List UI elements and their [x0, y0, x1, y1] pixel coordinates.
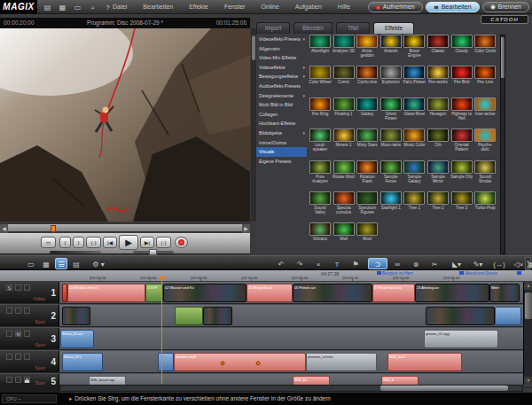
- timeline-mode-button[interactable]: ☰: [55, 258, 67, 269]
- tree-item-visuals[interactable]: Visuals: [256, 147, 307, 157]
- effect-fairy-flower[interactable]: Fairy Flower: [403, 66, 426, 84]
- track-slot-button[interactable]: [15, 377, 21, 383]
- draw-menu-button[interactable]: ✎▾: [468, 258, 488, 269]
- tree-item-multi-bild-in-bild[interactable]: Multi Bild in Bild: [256, 100, 307, 110]
- jump-start-button[interactable]: |◀: [103, 237, 117, 248]
- clip-05-felsen-avi[interactable]: 05 Felsen.avi: [293, 284, 372, 302]
- clip-21-bergwelt-avi[interactable]: 21 Bergwelt.avi: [246, 284, 293, 302]
- vscroll-thumb[interactable]: [525, 292, 532, 319]
- frame-forward-button[interactable]: ▶|: [140, 237, 154, 248]
- catooh-logo[interactable]: CATOOH: [481, 15, 528, 24]
- shuttle-slider[interactable]: [50, 251, 101, 253]
- keyframe-diamond-icon[interactable]: [220, 361, 225, 366]
- menu-datei[interactable]: Datei: [105, 0, 135, 14]
- effect-galaxy[interactable]: Galaxy: [356, 97, 379, 116]
- track-slot-button[interactable]: [15, 284, 21, 291]
- track-slot-button[interactable]: [6, 377, 12, 383]
- delete-object-button[interactable]: ×: [312, 258, 325, 269]
- effect-volcano[interactable]: Volcano: [309, 222, 332, 241]
- range-in-button[interactable]: (: [59, 237, 71, 248]
- record-button[interactable]: [175, 237, 188, 248]
- effect-fire-bird[interactable]: Fire Bird: [450, 66, 473, 84]
- effect-color-wheel[interactable]: Color Wheel: [309, 66, 332, 84]
- brennen-mode-button[interactable]: Brennen: [482, 2, 529, 12]
- effect-glass-river[interactable]: Glass River: [403, 97, 426, 116]
- scrub-left-arrow[interactable]: ◀: [0, 224, 8, 233]
- menu-aufgaben[interactable]: Aufgaben: [287, 0, 330, 14]
- group-button[interactable]: ∞: [391, 258, 403, 269]
- tree-item-collagen[interactable]: Collagen: [256, 110, 307, 120]
- scrub-position-marker[interactable]: [51, 225, 56, 232]
- monitor-toggle-button[interactable]: ▭: [41, 237, 56, 248]
- menu-effekte[interactable]: Effekte: [181, 0, 216, 14]
- mute-button[interactable]: ◁×: [512, 258, 525, 269]
- clip-02-wasser-und-k-[interactable]: 02 Wasser und Kü: [163, 284, 246, 302]
- lock-icon[interactable]: [24, 377, 30, 383]
- effect-spectrum-figures[interactable]: Spectrum Figures: [356, 191, 379, 214]
- effect-artwork[interactable]: Artwork: [379, 35, 403, 53]
- effects-scrollbar[interactable]: [500, 35, 505, 254]
- solo-button[interactable]: S: [6, 284, 12, 291]
- effect-sound-smoke[interactable]: Sound Smoke: [473, 160, 497, 183]
- clip-meer[interactable]: Meer: [489, 284, 520, 302]
- storyboard-mode-button[interactable]: ▭: [25, 258, 37, 269]
- undo-button[interactable]: ↶: [275, 258, 287, 269]
- effect-rotation-flash[interactable]: Rotation Flash: [356, 160, 379, 183]
- tree-item-eigene-presets[interactable]: Eigene Presets: [256, 157, 307, 167]
- track-content-2[interactable]: [59, 305, 523, 326]
- tree-item-hochkant-effekte[interactable]: Hochkant-Effekte: [256, 119, 307, 129]
- tree-item-bewegungseffekte[interactable]: Bewegungseffekte▾: [256, 72, 307, 82]
- chapter-marker-3[interactable]: [517, 271, 522, 276]
- track-content-3[interactable]: Shark_02.avighoom_01.ogg: [59, 328, 523, 349]
- effect-oriental-pattern[interactable]: Oriental Pattern: [450, 129, 473, 152]
- timeline-horizontal-scrollbar[interactable]: [59, 385, 523, 392]
- clip[interactable]: [62, 307, 90, 325]
- effect-tree-3[interactable]: Tree 3: [450, 191, 473, 210]
- effect-highway-to-hell[interactable]: Highway to Hell: [450, 97, 473, 121]
- effect-fire-line[interactable]: Fire Line: [473, 66, 497, 84]
- loop-button[interactable]: (·): [86, 237, 101, 248]
- clip[interactable]: [203, 307, 232, 325]
- effect-boxer-engine[interactable]: Boxer Engine: [403, 35, 426, 58]
- menu-hilfe[interactable]: Hilfe: [330, 0, 358, 14]
- track-slot-button[interactable]: [6, 331, 12, 337]
- ungroup-button[interactable]: ⊗: [410, 258, 422, 269]
- effect-fire-ring[interactable]: Fire Ring: [309, 97, 332, 116]
- track-slot-button[interactable]: [6, 308, 12, 314]
- aufnehmen-mode-button[interactable]: Aufnehmen: [368, 2, 423, 12]
- tree-item-allgemein[interactable]: Allgemein: [256, 44, 307, 54]
- scroll-down-arrow[interactable]: ▼: [524, 377, 532, 385]
- scroll-up-arrow[interactable]: ▲: [524, 282, 532, 290]
- menu-online[interactable]: Online: [254, 0, 287, 14]
- tree-item-videoeffekt-presets[interactable]: Videoeffekt-Presets▾: [256, 35, 307, 44]
- clip[interactable]: [175, 307, 203, 325]
- track-slot-button[interactable]: [24, 331, 30, 337]
- effect-psyche-delic[interactable]: Psyche-delic: [473, 129, 497, 152]
- effect-rotate-wool[interactable]: Rotate Wool: [332, 160, 356, 179]
- mixer-button[interactable]: ▦: [525, 258, 532, 269]
- tree-item-intros-outros[interactable]: Intros/Outros: [256, 138, 307, 148]
- new-project-icon[interactable]: ▤: [43, 3, 52, 12]
- tab-blenden[interactable]: Blenden: [293, 22, 332, 34]
- tab-import[interactable]: Import: [256, 22, 290, 34]
- track-slot-button[interactable]: [24, 308, 30, 314]
- range-button[interactable]: (↔): [489, 258, 509, 269]
- search-icon[interactable]: ⌕: [88, 3, 98, 12]
- effect-sample-mirror[interactable]: Sample Mirror: [426, 160, 450, 183]
- play-button[interactable]: ▶: [119, 235, 138, 250]
- tree-item-designelemente[interactable]: Designelemente▾: [256, 91, 307, 101]
- menu-bearbeiten[interactable]: Bearbeiten: [135, 0, 181, 14]
- track-slot-button[interactable]: [15, 308, 21, 314]
- clip-phonem-schnitt[interactable]: phonem_schnitt: [306, 353, 377, 371]
- playhead-line[interactable]: [161, 276, 162, 384]
- tree-item-audioeffekt-presets[interactable]: Audioeffekt-Presets: [256, 82, 307, 91]
- keyframe-diamond-icon[interactable]: [256, 361, 262, 366]
- menu-fenster[interactable]: Fenster: [216, 0, 254, 14]
- bearbeiten-mode-button[interactable]: Bearbeiten: [426, 2, 480, 12]
- track-content-1[interactable]: 04 Shallow mem 1LOOP02 Wasser und Kü21 B…: [59, 282, 523, 303]
- effect-hexagon[interactable]: Hexagon: [426, 97, 450, 116]
- effect-floating-1[interactable]: Floating 1: [332, 97, 356, 116]
- effect-wool[interactable]: Wool: [356, 222, 379, 241]
- clip-04-shallow-mem-1[interactable]: 04 Shallow mem 1: [67, 284, 145, 302]
- clip-wilk-back[interactable]: Wilk_back: [387, 353, 462, 371]
